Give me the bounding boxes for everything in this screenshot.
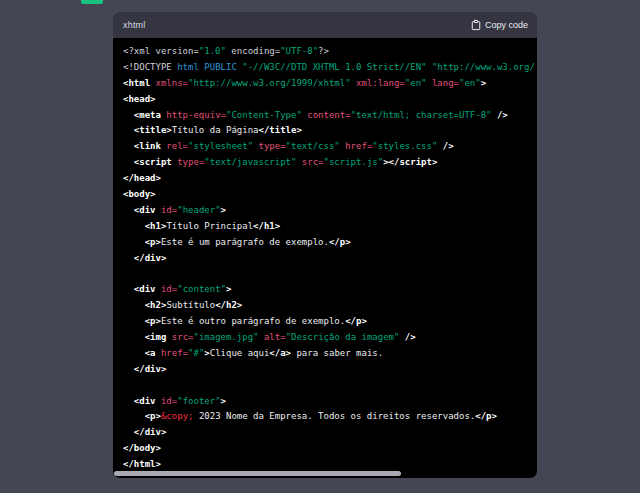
code-line: <p>Este é outro parágrafo de exemplo.</p… (123, 314, 537, 330)
code-line: <div id="content"> (123, 282, 537, 298)
code-token: <div (134, 205, 156, 215)
code-token (123, 348, 145, 358)
code-token (123, 141, 134, 151)
code-token: <p> (145, 411, 161, 421)
code-line: </div> (123, 362, 537, 378)
code-token: "Content-Type" (226, 110, 302, 120)
code-line: <a href="#">Clique aqui</a> para saber m… (123, 346, 537, 362)
code-token: </body> (123, 443, 161, 453)
code-token: <div (134, 396, 156, 406)
code-token: <title> (134, 125, 172, 135)
code-token: type= (259, 141, 286, 151)
code-line: <div id="header"> (123, 203, 537, 219)
code-token: <body> (123, 189, 156, 199)
code-line: </div> (123, 425, 537, 441)
code-token: </p> (329, 237, 351, 247)
code-token: > (221, 205, 226, 215)
code-token: <?xml version= (123, 46, 199, 56)
code-token: <h2> (145, 300, 167, 310)
code-token: 2023 Nome da Empresa. Todos os direitos … (193, 411, 475, 421)
code-token: "text/html; charset=UTF-8" (351, 110, 492, 120)
code-token: <html (123, 78, 150, 88)
code-token: Título da Página (172, 125, 259, 135)
code-token: </title> (258, 125, 301, 135)
code-token: src= (302, 157, 324, 167)
assistant-avatar (81, 0, 103, 4)
code-token: xmlns= (156, 78, 189, 88)
code-line: <!DOCTYPE html PUBLIC "-//W3C//DTD XHTML… (123, 60, 537, 76)
code-token: <p> (145, 237, 161, 247)
code-token: "en" (405, 78, 427, 88)
code-token: /> (405, 332, 416, 342)
code-token: "http://www.w3.org/1999/xhtml" (188, 78, 351, 88)
code-line: <p>&copy; 2023 Nome da Empresa. Todos os… (123, 409, 537, 425)
code-token: rel= (166, 141, 188, 151)
code-token: "footer" (177, 396, 220, 406)
code-line: <h2>Subtítulo</h2> (123, 298, 537, 314)
code-token: <div (134, 284, 156, 294)
code-token: lang= (432, 78, 459, 88)
code-token: href= (161, 348, 188, 358)
code-token: "styles.css" (372, 141, 437, 151)
code-token: "header" (177, 205, 220, 215)
code-token: <p> (145, 316, 161, 326)
code-token (123, 411, 145, 421)
code-line (123, 266, 537, 282)
code-token: content= (307, 110, 350, 120)
code-token: "UTF-8" (280, 46, 318, 56)
code-token: <!DOCTYPE (123, 62, 177, 72)
code-token: "en" (459, 78, 481, 88)
code-token: "Descrição da imagem" (286, 332, 400, 342)
code-token (123, 316, 145, 326)
code-token: > (226, 284, 231, 294)
code-token (123, 427, 134, 437)
code-token (123, 205, 134, 215)
code-token: </div> (134, 253, 167, 263)
code-token (123, 253, 134, 263)
code-token: "imagem.jpg" (193, 332, 258, 342)
code-line: <div id="footer"> (123, 394, 537, 410)
code-line: <body> (123, 187, 537, 203)
code-token (123, 300, 145, 310)
clipboard-icon (471, 19, 481, 31)
code-token (123, 221, 145, 231)
code-token: "script.js" (324, 157, 384, 167)
code-token: </p> (475, 411, 497, 421)
code-token: "#" (188, 348, 204, 358)
code-token: </html> (123, 459, 161, 469)
code-token (123, 157, 134, 167)
code-token: type= (177, 157, 204, 167)
code-token: </p> (345, 316, 367, 326)
code-token: /> (443, 141, 454, 151)
code-token: http-equiv= (166, 110, 226, 120)
code-block: xhtml Copy code <?xml version="1.0" enco… (113, 12, 537, 478)
code-line: <script type="text/javascript" src="scri… (123, 155, 537, 171)
code-token: Título Principal (166, 221, 253, 231)
code-token: PUBLIC (204, 62, 237, 72)
code-token: Este é um parágrafo de exemplo. (161, 237, 329, 247)
code-token: <head> (123, 94, 156, 104)
code-token: <img (145, 332, 167, 342)
code-token: Subtítulo (166, 300, 215, 310)
code-token: "-//W3C//DTD XHTML 1.0 Strict//EN" (242, 62, 426, 72)
code-token: </head> (123, 173, 161, 183)
code-token: Clique aqui (210, 348, 270, 358)
code-token: <h1> (145, 221, 167, 231)
copy-code-button[interactable]: Copy code (471, 19, 528, 31)
code-token: href= (345, 141, 372, 151)
code-token: alt= (264, 332, 286, 342)
code-token: src= (172, 332, 194, 342)
code-token: /> (497, 110, 508, 120)
code-token: id= (161, 284, 177, 294)
code-token: <script (134, 157, 172, 167)
code-line: <img src="imagem.jpg" alt="Descrição da … (123, 330, 537, 346)
code-area[interactable]: <?xml version="1.0" encoding="UTF-8"?><!… (113, 38, 537, 478)
copy-code-label: Copy code (485, 20, 528, 30)
horizontal-scrollbar-thumb[interactable] (114, 471, 401, 476)
code-token: </div> (134, 364, 167, 374)
code-token (123, 332, 145, 342)
code-token: <meta (134, 110, 161, 120)
code-token: </h2> (215, 300, 242, 310)
code-token: </a> (269, 348, 291, 358)
code-token: "1.0" (199, 46, 226, 56)
